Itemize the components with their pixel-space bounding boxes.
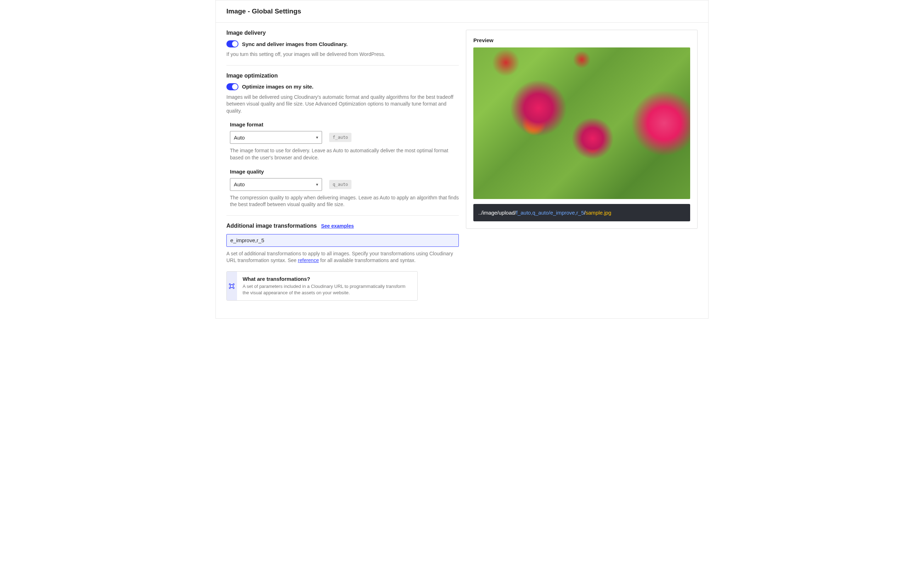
url-transform: f_auto,q_auto/e_improve,r_5 <box>516 210 584 216</box>
divider <box>226 215 459 216</box>
divider <box>226 65 459 65</box>
preview-panel: Preview ../image/upload/f_auto,q_auto/e_… <box>466 30 698 229</box>
preview-url-bar: ../image/upload/f_auto,q_auto/e_improve,… <box>473 204 690 221</box>
select-image-format-value: Auto <box>234 134 245 140</box>
link-see-examples[interactable]: See examples <box>321 223 354 229</box>
preview-image <box>473 47 690 199</box>
url-base: ../image/upload <box>478 210 515 216</box>
label-image-quality: Image quality <box>230 169 459 175</box>
svg-rect-0 <box>230 284 233 287</box>
toggle-optimize-images-label: Optimize images on my site. <box>242 83 313 89</box>
badge-q-auto: q_auto <box>329 180 351 189</box>
toggle-sync-deliver-label: Sync and deliver images from Cloudinary. <box>242 41 348 47</box>
badge-f-auto: f_auto <box>329 133 351 142</box>
select-image-format[interactable]: Auto ▾ <box>230 131 322 144</box>
transformations-help-text: A set of additional transformations to a… <box>226 250 459 264</box>
toggle-optimize-images[interactable] <box>226 83 239 90</box>
url-file: sample.jpg <box>586 210 611 216</box>
select-image-quality[interactable]: Auto ▾ <box>230 178 322 191</box>
transform-icon <box>227 272 237 300</box>
section-image-delivery: Image delivery Sync and deliver images f… <box>226 30 459 58</box>
chevron-down-icon: ▾ <box>316 135 318 140</box>
quality-help-text: The compression quality to apply when de… <box>230 195 459 208</box>
preview-label: Preview <box>473 37 690 43</box>
info-desc: A set of parameters included in a Cloudi… <box>243 283 412 296</box>
field-image-quality: Image quality Auto ▾ q_auto The compress… <box>230 169 459 208</box>
info-title: What are transformations? <box>243 276 412 282</box>
label-image-format: Image format <box>230 121 459 127</box>
delivery-help-text: If you turn this setting off, your image… <box>226 51 459 58</box>
page-header: Image - Global Settings <box>216 0 708 23</box>
chevron-down-icon: ▾ <box>316 182 318 187</box>
section-image-optimization: Image optimization Optimize images on my… <box>226 73 459 208</box>
page-title: Image - Global Settings <box>226 8 698 15</box>
input-transformations[interactable] <box>226 234 459 247</box>
info-card-transformations: What are transformations? A set of param… <box>226 271 418 301</box>
select-image-quality-value: Auto <box>234 181 245 187</box>
link-reference[interactable]: reference <box>298 257 319 263</box>
optimization-help-text: Images will be delivered using Cloudinar… <box>226 94 459 115</box>
section-additional-transformations: Additional image transformations See exa… <box>226 223 459 301</box>
format-help-text: The image format to use for delivery. Le… <box>230 147 459 161</box>
field-image-format: Image format Auto ▾ f_auto The image for… <box>230 121 459 161</box>
heading-image-delivery: Image delivery <box>226 30 459 36</box>
heading-image-optimization: Image optimization <box>226 73 459 79</box>
heading-transformations: Additional image transformations <box>226 223 317 229</box>
toggle-sync-deliver[interactable] <box>226 40 239 47</box>
